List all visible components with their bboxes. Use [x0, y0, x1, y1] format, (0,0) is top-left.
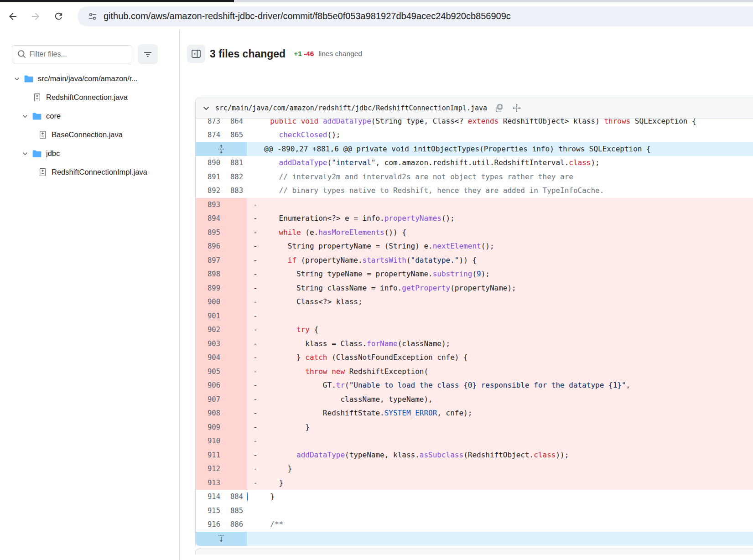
old-line-number[interactable]: 890: [196, 156, 224, 170]
url-text[interactable]: github.com/aws/amazon-redshift-jdbc-driv…: [104, 11, 511, 21]
old-line-number[interactable]: 902: [196, 323, 224, 337]
old-line-number[interactable]: 916: [196, 518, 224, 532]
diff-row-901: 901-: [196, 309, 753, 323]
old-line-number[interactable]: 896: [196, 239, 224, 254]
old-line-number[interactable]: 912: [196, 462, 224, 476]
old-line-number[interactable]: 913: [196, 476, 224, 490]
new-line-number[interactable]: [224, 434, 247, 448]
expand-down-button[interactable]: [196, 532, 247, 546]
old-line-number[interactable]: 908: [196, 406, 224, 420]
deletion-marker: -: [253, 462, 258, 476]
old-line-number[interactable]: 903: [196, 337, 224, 351]
filter-files-input[interactable]: [12, 45, 132, 63]
new-line-number[interactable]: [224, 393, 247, 407]
new-line-number[interactable]: 864: [224, 119, 247, 128]
old-line-number[interactable]: 897: [196, 254, 224, 268]
tree-file-baseconnection-java[interactable]: BaseConnection.java: [0, 125, 179, 144]
old-line-number[interactable]: 873: [196, 119, 224, 128]
new-line-number[interactable]: [224, 337, 247, 351]
new-line-number[interactable]: 883: [224, 184, 247, 198]
old-line-number[interactable]: 911: [196, 448, 224, 462]
diff-row-905: 905- throw new RedshiftException(: [196, 365, 753, 379]
new-line-number[interactable]: 881: [224, 156, 247, 170]
old-line-number[interactable]: 909: [196, 420, 224, 435]
new-line-number[interactable]: [224, 379, 247, 393]
file-header[interactable]: src/main/java/com/amazon/redshift/jdbc/R…: [195, 98, 753, 119]
old-line-number[interactable]: 892: [196, 184, 224, 198]
new-line-number[interactable]: [224, 420, 247, 435]
toggle-file-tree-button[interactable]: [187, 45, 205, 63]
new-line-number[interactable]: [224, 281, 247, 296]
old-line-number[interactable]: 895: [196, 226, 224, 240]
code-line: - GT.tr("Unable to load the class {0} re…: [247, 379, 753, 393]
tree-item-label: src/main/java/com/amazon/r...: [38, 74, 138, 83]
back-arrow-icon: [7, 11, 18, 22]
new-line-number[interactable]: 884: [224, 490, 247, 504]
expand-hunk-button[interactable]: [196, 142, 247, 156]
new-line-number[interactable]: [224, 365, 247, 379]
tree-file-redshiftconnectionimpl-java[interactable]: RedshiftConnectionImpl.java: [0, 163, 179, 181]
new-line-number[interactable]: [224, 323, 247, 337]
tree-item-label: BaseConnection.java: [52, 130, 123, 139]
old-line-number[interactable]: 898: [196, 267, 224, 281]
diff-row-913: 913- }: [196, 476, 753, 490]
new-line-number[interactable]: [224, 267, 247, 281]
new-line-number[interactable]: [224, 212, 247, 226]
reload-button[interactable]: [49, 7, 68, 26]
diff-row-874: 874865 checkClosed();: [196, 128, 753, 142]
new-line-number[interactable]: 886: [224, 518, 247, 532]
back-button[interactable]: [4, 7, 22, 26]
code-line: - klass = Class.forName(className);: [247, 337, 753, 351]
sidebar-collapse-icon: [191, 49, 201, 59]
diff-row-914: 914884+ }: [196, 490, 753, 504]
site-settings-icon[interactable]: [85, 9, 100, 24]
old-line-number[interactable]: 899: [196, 281, 224, 296]
old-line-number[interactable]: 914: [196, 490, 224, 504]
old-line-number[interactable]: 906: [196, 379, 224, 393]
tree-file-redshiftconnection-java[interactable]: RedshiftConnection.java: [0, 88, 179, 107]
new-line-number[interactable]: [224, 198, 247, 212]
new-line-number[interactable]: [224, 295, 247, 309]
new-line-number[interactable]: [224, 351, 247, 365]
deletion-marker: -: [253, 323, 258, 337]
filter-options-button[interactable]: [138, 44, 158, 64]
diff-row-896: 896- String propertyName = (String) e.ne…: [196, 239, 753, 254]
collapse-file-chevron-icon[interactable]: [203, 104, 210, 112]
diff-row-900: 900- Class<?> klass;: [196, 295, 753, 309]
old-line-number[interactable]: 904: [196, 351, 224, 365]
new-line-number[interactable]: [224, 226, 247, 240]
drag-handle-icon[interactable]: [512, 104, 521, 113]
tree-folder-core[interactable]: core: [0, 107, 179, 125]
old-line-number[interactable]: 893: [196, 198, 224, 212]
new-line-number[interactable]: [224, 462, 247, 476]
chevron-down-icon[interactable]: [22, 150, 28, 157]
diff-row-890: 890881 addDataType("interval", com.amazo…: [196, 156, 753, 170]
new-line-number[interactable]: [224, 309, 247, 323]
old-line-number[interactable]: 915: [196, 504, 224, 518]
new-line-number[interactable]: [224, 239, 247, 254]
new-line-number[interactable]: [224, 254, 247, 268]
new-line-number[interactable]: [224, 406, 247, 420]
forward-button[interactable]: [26, 7, 45, 26]
new-line-number[interactable]: [224, 448, 247, 462]
new-line-number[interactable]: 865: [224, 128, 247, 142]
old-line-number[interactable]: 900: [196, 295, 224, 309]
old-line-number[interactable]: 901: [196, 309, 224, 323]
chevron-down-icon[interactable]: [14, 76, 20, 82]
copy-path-icon[interactable]: [495, 104, 504, 113]
new-line-number[interactable]: 882: [224, 170, 247, 184]
old-line-number[interactable]: 905: [196, 365, 224, 379]
new-line-number[interactable]: [224, 476, 247, 490]
forward-arrow-icon: [30, 11, 41, 22]
old-line-number[interactable]: 910: [196, 434, 224, 448]
old-line-number[interactable]: 894: [196, 212, 224, 226]
tree-folder-src-main-java-com-amazon-r-[interactable]: src/main/java/com/amazon/r...: [0, 69, 179, 88]
old-line-number[interactable]: 874: [196, 128, 224, 142]
old-line-number[interactable]: 907: [196, 393, 224, 407]
diff-row-902: 902- try {: [196, 323, 753, 337]
chevron-down-icon[interactable]: [22, 113, 28, 119]
url-bar[interactable]: github.com/aws/amazon-redshift-jdbc-driv…: [78, 6, 753, 26]
tree-folder-jdbc[interactable]: jdbc: [0, 144, 179, 163]
new-line-number[interactable]: 885: [224, 504, 247, 518]
old-line-number[interactable]: 891: [196, 170, 224, 184]
